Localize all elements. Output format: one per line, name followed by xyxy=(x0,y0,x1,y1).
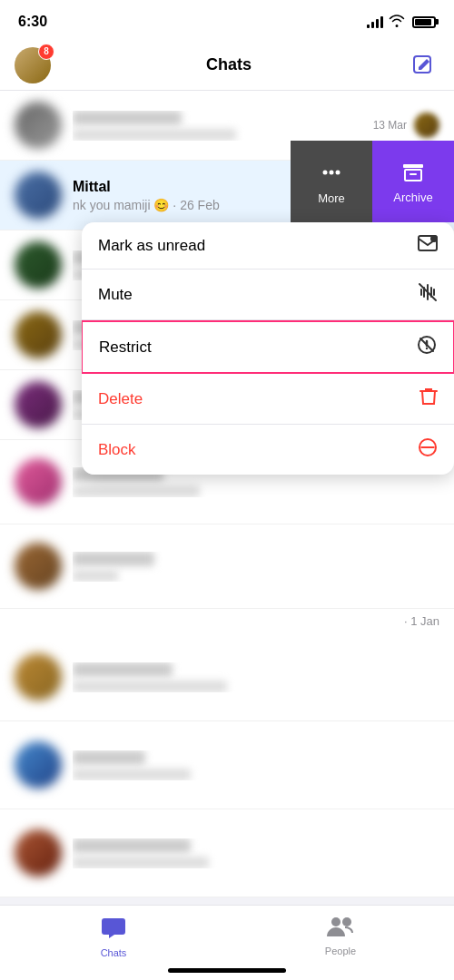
action-buttons: More Archive xyxy=(291,141,454,222)
menu-item-restrict[interactable]: Restrict xyxy=(82,320,454,374)
archive-label: Archive xyxy=(393,191,432,204)
menu-item-mute[interactable]: Mute xyxy=(82,270,454,320)
archive-button[interactable]: Archive xyxy=(372,141,454,222)
svg-point-7 xyxy=(430,235,438,242)
menu-item-label: Restrict xyxy=(99,338,152,357)
menu-item-block[interactable]: Block xyxy=(82,425,454,475)
archive-icon xyxy=(400,160,426,185)
context-menu: Mark as unread Mute xyxy=(82,222,454,475)
more-button[interactable]: More xyxy=(291,141,372,222)
svg-point-1 xyxy=(323,170,328,174)
menu-item-label: Delete xyxy=(98,390,143,408)
more-icon xyxy=(318,159,345,186)
svg-point-3 xyxy=(336,170,340,174)
svg-point-10 xyxy=(426,348,428,349)
menu-item-delete[interactable]: Delete xyxy=(82,374,454,425)
more-label: More xyxy=(318,191,345,205)
menu-item-label: Mute xyxy=(98,286,133,304)
context-overlay: More Archive Mark as unread xyxy=(0,0,454,980)
block-icon xyxy=(418,437,438,462)
delete-icon xyxy=(419,387,438,411)
menu-item-label: Block xyxy=(98,441,136,459)
menu-item-label: Mark as unread xyxy=(98,237,205,255)
svg-point-2 xyxy=(330,170,334,174)
menu-item-mark-unread[interactable]: Mark as unread xyxy=(82,222,454,270)
mark-unread-icon xyxy=(418,235,438,256)
mute-icon xyxy=(418,282,438,307)
svg-rect-4 xyxy=(403,164,423,168)
restrict-icon xyxy=(417,335,437,359)
